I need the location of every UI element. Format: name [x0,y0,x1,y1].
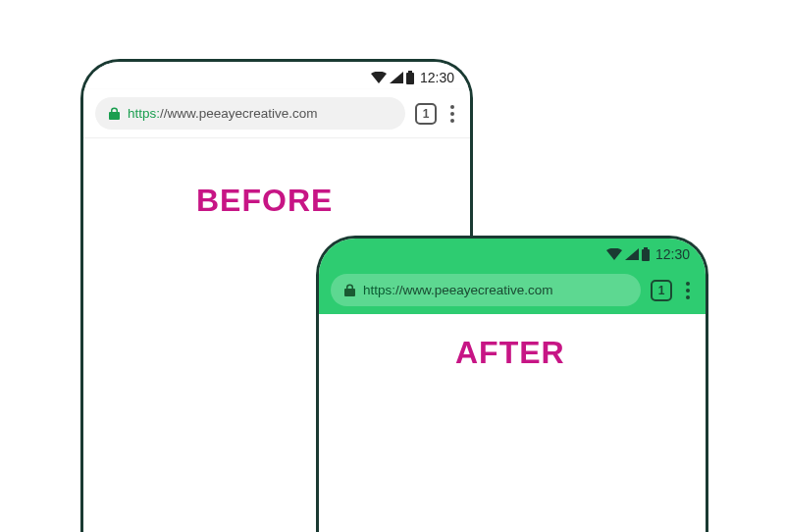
status-icons [606,247,650,261]
lock-icon [109,107,120,120]
signal-icon [625,248,639,260]
signal-icon [390,72,403,83]
menu-dot-icon [686,289,690,293]
svg-rect-0 [406,73,414,84]
status-icons [371,71,414,84]
status-bar: 12:30 [83,62,470,89]
wifi-icon [371,72,387,83]
url-protocol: https: [128,106,160,121]
menu-dot-icon [450,112,454,116]
status-time: 12:30 [655,246,690,262]
url-protocol: https: [363,283,395,297]
phone-mockup-after: 12:30 https://www.peeayecreative.com 1 A… [316,236,708,532]
address-bar[interactable]: https://www.peeayecreative.com [331,274,641,306]
status-bar: 12:30 [319,239,706,266]
battery-icon [642,247,650,261]
url-domain: //www.peeayecreative.com [160,106,318,121]
tab-count-button[interactable]: 1 [415,103,437,125]
menu-button[interactable] [682,282,694,299]
menu-dot-icon [450,119,454,123]
svg-rect-3 [644,247,648,249]
battery-icon [406,71,414,84]
url-text: https://www.peeayecreative.com [363,283,553,297]
lock-icon [344,284,355,296]
browser-toolbar: https://www.peeayecreative.com 1 [83,89,470,138]
menu-dot-icon [686,295,690,299]
tab-count-button[interactable]: 1 [651,280,672,301]
address-bar[interactable]: https://www.peeayecreative.com [95,97,405,130]
menu-dot-icon [686,282,690,286]
status-time: 12:30 [420,70,454,85]
page-content: AFTER [319,314,706,532]
svg-rect-2 [642,249,650,261]
after-label: AFTER [455,335,565,371]
svg-rect-1 [408,71,412,73]
browser-toolbar: https://www.peeayecreative.com 1 [319,266,706,314]
before-label: BEFORE [196,183,333,219]
url-domain: //www.peeayecreative.com [395,283,553,297]
url-text: https://www.peeayecreative.com [128,106,318,121]
menu-button[interactable] [446,105,458,123]
menu-dot-icon [450,105,454,109]
wifi-icon [606,248,622,260]
